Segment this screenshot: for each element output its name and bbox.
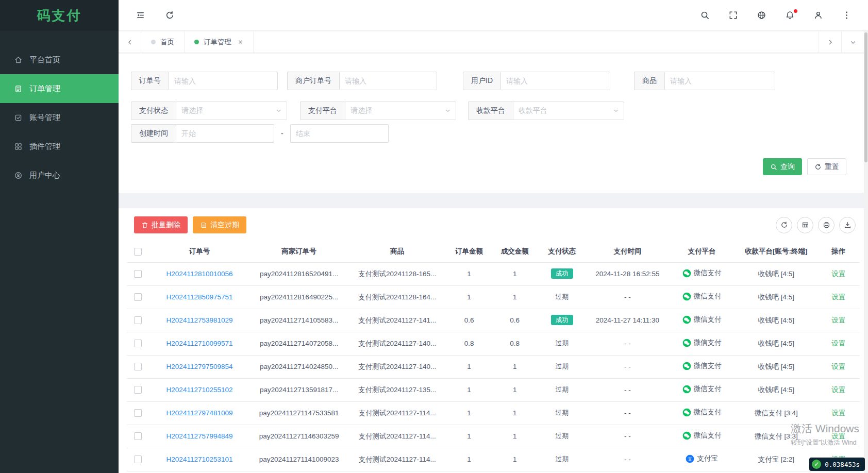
- col-header-order-no: 订单号: [149, 241, 250, 262]
- clear-expired-button[interactable]: 清空过期: [193, 216, 246, 233]
- settings-link[interactable]: 设置: [831, 340, 845, 347]
- receiver-platform: 微信支付 [3:3]: [735, 425, 817, 448]
- order-no-link[interactable]: H2024112710099571: [166, 340, 233, 347]
- row-checkbox[interactable]: [134, 386, 142, 394]
- tab-home[interactable]: 首页: [141, 31, 185, 53]
- tab-close-icon[interactable]: [238, 39, 243, 45]
- status-badge: 过期: [556, 409, 569, 416]
- globe-icon[interactable]: [757, 10, 766, 20]
- filter-order-no: 订单号: [131, 72, 278, 90]
- product-name: 支付测试20241127-114...: [348, 448, 446, 471]
- sidebar-item-accounts[interactable]: 账号管理: [0, 103, 119, 132]
- settings-link[interactable]: 设置: [831, 409, 845, 417]
- receiver-platform: 收钱吧 [4:5]: [735, 285, 817, 309]
- col-header-merchant-no: 商家订单号: [250, 241, 348, 262]
- row-checkbox[interactable]: [134, 363, 142, 370]
- order-no-link[interactable]: H2024112797509854: [166, 363, 233, 370]
- order-amount: 1: [446, 262, 492, 285]
- scrollbar-thumb[interactable]: [864, 32, 867, 162]
- end-date-input[interactable]: [290, 124, 389, 143]
- sidebar-item-home[interactable]: 平台首页: [0, 45, 119, 74]
- filter-row-1: 订单号 商户订单号 用户ID 商品: [131, 72, 852, 90]
- table-print-button[interactable]: [818, 217, 834, 233]
- settings-link[interactable]: 设置: [831, 316, 845, 324]
- sidebar-collapse-icon[interactable]: [136, 10, 145, 20]
- merchant-order-no-input[interactable]: [339, 72, 437, 90]
- row-checkbox[interactable]: [134, 293, 142, 301]
- pay-time: 2024-11-27 14:11:30: [587, 309, 669, 332]
- start-date-input[interactable]: [176, 124, 274, 143]
- merchant-order-no: pay202411271141009023: [250, 448, 348, 471]
- order-no-link[interactable]: H2024112850975751: [166, 293, 233, 301]
- platform-cell: 支 微信支付: [682, 431, 722, 440]
- row-checkbox[interactable]: [134, 432, 142, 440]
- pay-platform-select[interactable]: 请选择: [345, 102, 456, 120]
- table-row: H2024112710099571 pay2024112714072058...…: [127, 332, 860, 355]
- tabs-menu-button[interactable]: [841, 31, 864, 53]
- wechat-pay-icon: [682, 362, 691, 370]
- fullscreen-icon[interactable]: [728, 10, 738, 20]
- page-scrollbar: [864, 31, 868, 473]
- paid-amount: 0.8: [492, 332, 538, 355]
- platform-name: 微信支付: [694, 384, 722, 394]
- platform-name: 微信支付: [694, 338, 722, 347]
- tabs-container: 首页 订单管理: [141, 31, 819, 53]
- pay-status-select[interactable]: 请选择: [176, 102, 287, 120]
- sidebar-item-plugins[interactable]: 插件管理: [0, 132, 119, 161]
- table-header-row: 订单号 商家订单号 商品 订单金额 成交金额 支付状态 支付时间 支付平台 收款…: [127, 241, 860, 262]
- sidebar-item-orders[interactable]: 订单管理: [0, 74, 119, 103]
- order-no-link[interactable]: H2024112710255102: [166, 386, 233, 394]
- select-all-checkbox[interactable]: [134, 248, 142, 256]
- row-checkbox[interactable]: [134, 409, 142, 417]
- table-row: H2024112710253101 pay202411271141009023 …: [127, 448, 860, 471]
- table-export-button[interactable]: [839, 217, 856, 233]
- order-no-link[interactable]: H2024112797481009: [166, 409, 233, 417]
- order-no-input[interactable]: [169, 72, 278, 90]
- product-input[interactable]: [664, 72, 775, 90]
- settings-link[interactable]: 设置: [831, 386, 845, 394]
- row-checkbox[interactable]: [134, 316, 142, 324]
- platform-name: 微信支付: [694, 361, 722, 370]
- row-checkbox[interactable]: [134, 455, 142, 463]
- order-amount: 1: [446, 401, 492, 425]
- product-name: 支付测试20241128-164...: [348, 285, 446, 309]
- product-name: 支付测试20241128-165...: [348, 262, 446, 285]
- search-button[interactable]: 查询: [763, 158, 802, 175]
- row-checkbox[interactable]: [134, 340, 142, 347]
- sidebar-item-user-center[interactable]: 用户中心: [0, 161, 119, 190]
- settings-link[interactable]: 设置: [831, 270, 845, 278]
- page-refresh-icon[interactable]: [165, 10, 175, 20]
- status-badge: 成功: [551, 268, 573, 279]
- reset-button[interactable]: 重置: [807, 158, 846, 175]
- order-no-link[interactable]: H2024112810010056: [166, 270, 233, 278]
- user-icon[interactable]: [813, 10, 823, 20]
- kebab-menu-icon[interactable]: [842, 10, 852, 20]
- platform-cell: 支 支付宝: [686, 454, 718, 463]
- user-id-input[interactable]: [500, 72, 610, 90]
- col-header-paid: 成交金额: [492, 241, 538, 262]
- tabs-scroll-left-button[interactable]: [119, 31, 141, 53]
- settings-link[interactable]: 设置: [831, 293, 845, 301]
- table-refresh-button[interactable]: [776, 217, 792, 233]
- row-checkbox[interactable]: [134, 270, 142, 278]
- settings-link[interactable]: 设置: [831, 432, 845, 440]
- order-no-link[interactable]: H2024112710253101: [166, 455, 233, 463]
- receive-platform-select[interactable]: 收款平台: [513, 102, 624, 120]
- load-time-badge: ✓ 0.038453s: [809, 458, 865, 471]
- settings-link[interactable]: 设置: [831, 363, 845, 370]
- table-columns-button[interactable]: [797, 217, 813, 233]
- tabs-scroll-right-button[interactable]: [819, 31, 841, 53]
- order-icon: [14, 85, 23, 93]
- bell-icon[interactable]: [785, 10, 795, 20]
- batch-delete-button[interactable]: 批量删除: [134, 216, 188, 233]
- svg-text:支: 支: [688, 456, 692, 461]
- wechat-pay-icon: [682, 385, 691, 394]
- topbar-right: [700, 10, 868, 20]
- order-no-link[interactable]: H2024112753981029: [166, 316, 233, 324]
- order-no-link[interactable]: H2024112757994849: [166, 432, 233, 440]
- receiver-platform: 支付宝 [2:2]: [735, 448, 817, 471]
- platform-name: 微信支付: [694, 408, 722, 417]
- order-amount: 1: [446, 378, 492, 401]
- search-icon[interactable]: [700, 10, 710, 20]
- tab-order-management[interactable]: 订单管理: [185, 31, 254, 53]
